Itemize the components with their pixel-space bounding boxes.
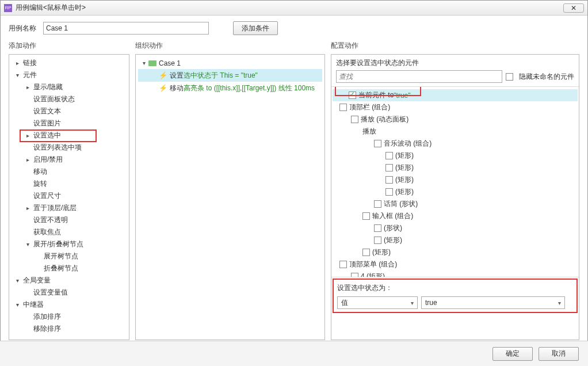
left-header: 添加动作 bbox=[9, 41, 129, 51]
widget-tree-item[interactable]: 音乐波动 (组合) bbox=[333, 138, 578, 150]
widget-tree-item[interactable]: 播放 (动态面板) bbox=[333, 113, 578, 125]
left-tree-item[interactable]: 展开树节点 bbox=[10, 250, 128, 262]
tree-toggle-icon[interactable] bbox=[24, 241, 31, 248]
widget-tree-item[interactable]: 输入框 (组合) bbox=[333, 210, 578, 222]
left-tree-item[interactable]: 置于顶层/底层 bbox=[10, 202, 128, 214]
add-condition-button[interactable]: 添加条件 bbox=[233, 21, 278, 35]
value-combo[interactable]: true bbox=[421, 296, 565, 309]
current-widget-checkbox[interactable] bbox=[349, 92, 356, 99]
tree-item-label: 设置变量值 bbox=[32, 288, 69, 298]
tree-item-label: 移动 bbox=[32, 167, 48, 177]
widget-tree-item[interactable]: 播放 bbox=[333, 125, 578, 138]
case-label: Case 1 bbox=[159, 59, 181, 67]
cancel-button[interactable]: 取消 bbox=[539, 347, 579, 361]
tree-toggle-icon[interactable] bbox=[24, 157, 31, 163]
widget-checkbox[interactable] bbox=[339, 261, 347, 268]
tree-item-label: 全局变量 bbox=[22, 276, 52, 285]
cfg-header: 选择要设置选中状态的元件 隐藏未命名的元件 bbox=[331, 55, 579, 87]
left-tree-item[interactable]: 移动 bbox=[10, 166, 128, 178]
tree-toggle-icon[interactable] bbox=[14, 72, 21, 79]
left-tree-item[interactable]: 全局变量 bbox=[10, 274, 128, 287]
widget-tree-item[interactable]: (矩形) bbox=[333, 150, 578, 162]
widget-label: (矩形) bbox=[395, 151, 414, 161]
left-tree-item[interactable]: 旋转 bbox=[10, 178, 128, 190]
left-tree-item[interactable]: 获取焦点 bbox=[10, 226, 128, 238]
widget-label: 顶部栏 (组合) bbox=[349, 102, 390, 112]
widget-label: (矩形) bbox=[395, 163, 414, 173]
widget-checkbox[interactable] bbox=[385, 164, 393, 171]
widget-tree-item[interactable]: 顶部菜单 (组合) bbox=[333, 258, 578, 270]
tree-item-label: 设置尺寸 bbox=[32, 191, 62, 201]
left-tree-item[interactable]: 元件 bbox=[10, 69, 128, 81]
tree-toggle-icon[interactable] bbox=[14, 302, 21, 308]
left-tree-item[interactable]: 设置变量值 bbox=[10, 287, 128, 299]
widget-tree-item[interactable]: (矩形) bbox=[333, 234, 578, 246]
widget-label: 播放 bbox=[362, 127, 376, 136]
widget-checkbox[interactable] bbox=[351, 116, 358, 123]
widget-tree-item[interactable]: (矩形) bbox=[333, 246, 578, 258]
tree-toggle-icon[interactable] bbox=[24, 84, 31, 91]
tree-item-label: 展开/折叠树节点 bbox=[32, 239, 85, 249]
widget-checkbox[interactable] bbox=[362, 249, 370, 256]
left-tree-item[interactable]: 启用/禁用 bbox=[10, 154, 128, 166]
left-tree-item[interactable]: 设置图片 bbox=[10, 117, 128, 129]
action-row[interactable]: ⚡移动 高亮条 to ([[this.x]],[[Target.y]]) 线性 … bbox=[138, 82, 322, 94]
tree-item-label: 移除排序 bbox=[32, 324, 62, 334]
cfg-subtitle: 选择要设置选中状态的元件 bbox=[336, 58, 574, 68]
tree-toggle-icon[interactable] bbox=[14, 60, 21, 67]
left-tree-item[interactable]: 链接 bbox=[10, 57, 128, 69]
window-title: 用例编辑<鼠标单击时> bbox=[16, 3, 563, 13]
expand-icon[interactable] bbox=[140, 60, 147, 67]
left-tree-item[interactable]: 设置文本 bbox=[10, 105, 128, 117]
left-tree-item[interactable]: 设置不透明 bbox=[10, 214, 128, 226]
widget-tree: 当前元件 to "true" 顶部栏 (组合)播放 (动态面板)播放音乐波动 (… bbox=[331, 87, 579, 277]
left-tree-item[interactable]: 设置尺寸 bbox=[10, 190, 128, 202]
left-tree-item[interactable]: 中继器 bbox=[10, 299, 128, 311]
case-name-input[interactable] bbox=[43, 22, 209, 35]
left-tree-item[interactable]: 添加排序 bbox=[10, 311, 128, 323]
widget-tree-item[interactable]: (矩形) bbox=[333, 186, 578, 198]
hide-unnamed-label: 隐藏未命名的元件 bbox=[519, 72, 574, 82]
app-icon: RP bbox=[4, 4, 12, 12]
mid-header: 组织动作 bbox=[135, 41, 325, 51]
ok-button[interactable]: 确定 bbox=[492, 347, 533, 361]
current-widget-row[interactable]: 当前元件 to "true" bbox=[333, 89, 578, 101]
widget-tree-item[interactable]: 4 (矩形) bbox=[333, 270, 578, 277]
widget-label: 话筒 (形状) bbox=[384, 199, 418, 209]
tree-item-label: 展开树节点 bbox=[43, 251, 79, 261]
widget-tree-item[interactable]: (矩形) bbox=[333, 174, 578, 186]
tree-item-label: 设置图片 bbox=[32, 119, 62, 128]
tree-toggle-icon[interactable] bbox=[14, 277, 21, 284]
value-type-combo[interactable]: 值 bbox=[337, 296, 418, 309]
widget-checkbox[interactable] bbox=[385, 188, 393, 196]
left-tree-item[interactable]: 设置列表选中项 bbox=[10, 142, 128, 154]
widget-checkbox[interactable] bbox=[374, 224, 381, 232]
tree-toggle-icon[interactable] bbox=[24, 205, 31, 212]
tree-item-label: 启用/禁用 bbox=[32, 155, 64, 165]
widget-checkbox[interactable] bbox=[351, 273, 358, 277]
widget-checkbox[interactable] bbox=[362, 212, 370, 220]
tree-toggle-icon[interactable] bbox=[24, 132, 31, 139]
left-tree-item[interactable]: 移除排序 bbox=[10, 323, 128, 335]
left-tree-item[interactable]: 展开/折叠树节点 bbox=[10, 238, 128, 250]
hide-unnamed-checkbox[interactable] bbox=[506, 73, 513, 81]
widget-tree-item[interactable]: (矩形) bbox=[333, 162, 578, 174]
widget-tree-item[interactable]: 话筒 (形状) bbox=[333, 198, 578, 210]
widget-checkbox[interactable] bbox=[385, 152, 393, 159]
left-tree-item[interactable]: 折叠树节点 bbox=[10, 262, 128, 274]
action-row[interactable]: ⚡设置 选中状态于 This = "true" bbox=[138, 69, 322, 82]
widget-tree-item[interactable]: 顶部栏 (组合) bbox=[333, 101, 578, 113]
close-button[interactable]: ✕ bbox=[563, 3, 584, 13]
left-tree-item[interactable]: 设置面板状态 bbox=[10, 93, 128, 105]
tree-item-label: 设置选中 bbox=[32, 131, 62, 140]
widget-checkbox[interactable] bbox=[374, 200, 381, 208]
case-row[interactable]: Case 1 bbox=[138, 57, 322, 69]
left-tree-item[interactable]: 显示/隐藏 bbox=[10, 81, 128, 93]
widget-checkbox[interactable] bbox=[374, 140, 381, 147]
widget-checkbox[interactable] bbox=[385, 176, 393, 184]
widget-checkbox[interactable] bbox=[339, 104, 347, 111]
left-tree-item[interactable]: 设置选中 bbox=[10, 129, 128, 142]
cfg-search-input[interactable] bbox=[336, 70, 502, 83]
widget-checkbox[interactable] bbox=[374, 237, 381, 244]
widget-tree-item[interactable]: (形状) bbox=[333, 222, 578, 234]
